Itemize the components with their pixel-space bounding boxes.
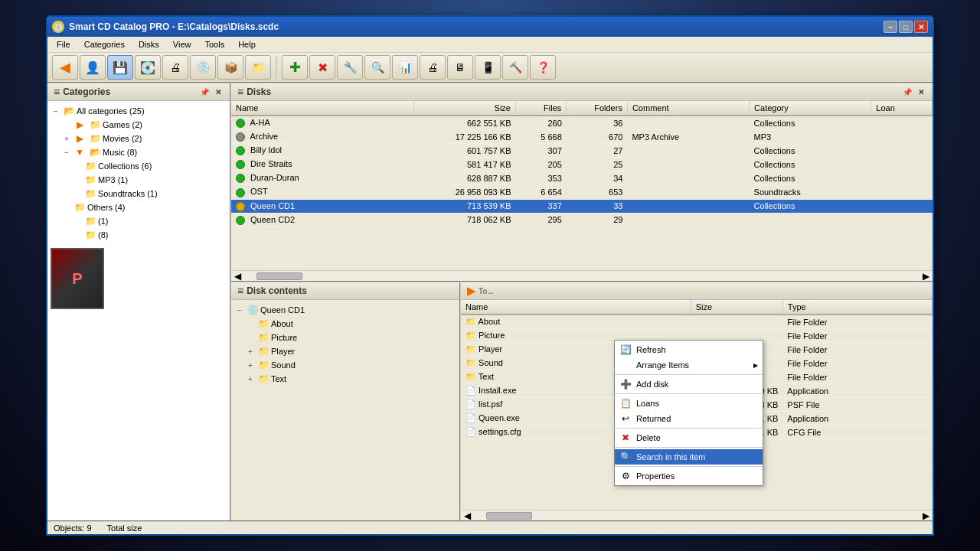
scroll-thumb[interactable]: [256, 272, 302, 280]
toolbar-open-button[interactable]: 📁: [245, 55, 271, 80]
file-scroll-thumb[interactable]: [486, 512, 532, 520]
disk-row-2[interactable]: Billy Idol 601 757 KB 307 27 Collections: [231, 144, 933, 158]
expand-contents-sound[interactable]: +: [245, 360, 256, 370]
col-header-size[interactable]: Size: [414, 101, 516, 116]
tree-collections[interactable]: 📁 Collections (6): [51, 159, 227, 173]
file-row-0[interactable]: 📁 About File Folder: [461, 315, 933, 329]
expand-contents-player[interactable]: +: [245, 346, 256, 357]
expand-music[interactable]: −: [61, 147, 72, 158]
menu-categories[interactable]: Categories: [78, 38, 131, 51]
disk-row-0[interactable]: A-HA 662 551 KB 260 36 Collections: [231, 116, 933, 130]
scroll-left-btn[interactable]: ◀: [231, 271, 241, 282]
toolbar-search-button[interactable]: 🔍: [364, 55, 390, 80]
toolbar-delete-button[interactable]: ✖: [309, 55, 335, 80]
toolbar-print-button[interactable]: 🖨: [162, 55, 188, 80]
toolbar-extract-button[interactable]: 📦: [217, 55, 243, 80]
icon-movies: ▶: [74, 132, 86, 145]
tree-mp3[interactable]: 📁 MP3 (1): [51, 173, 227, 187]
file-scroll-left[interactable]: ◀: [461, 510, 471, 521]
disks-table-container[interactable]: Name Size Files Folders Comment Category…: [231, 101, 933, 270]
contents-player[interactable]: + 📁 Player: [234, 344, 456, 358]
toolbar-device-button[interactable]: 📱: [475, 55, 501, 80]
categories-pin-button[interactable]: 📌: [199, 86, 210, 97]
tree-soundtracks[interactable]: 📁 Soundtracks (1): [51, 187, 227, 201]
tree-games[interactable]: ▶ 📁 Games (2): [51, 118, 227, 132]
ctx-refresh[interactable]: 🔄 Refresh: [615, 342, 763, 357]
menu-view[interactable]: View: [167, 38, 198, 51]
toolbar-chart-button[interactable]: 📊: [392, 55, 418, 80]
contents-root[interactable]: − 💿 Queen CD1: [234, 303, 456, 317]
ctx-properties[interactable]: ⚙ Properties: [615, 468, 763, 484]
categories-close-button[interactable]: ✕: [213, 86, 224, 97]
expand-all-categories[interactable]: −: [51, 106, 61, 116]
disks-pin-button[interactable]: 📌: [902, 86, 913, 97]
ctx-returned[interactable]: ↩ Returned: [615, 411, 763, 426]
file-col-size[interactable]: Size: [691, 300, 782, 315]
menu-help[interactable]: Help: [232, 38, 262, 51]
contents-title-area: ≡ Disk contents: [237, 285, 307, 297]
expand-movies[interactable]: +: [61, 133, 72, 144]
toolbar-add-button[interactable]: ✚: [282, 55, 308, 80]
contents-text[interactable]: + 📁 Text: [234, 372, 456, 386]
toolbar-edit-button[interactable]: 🔧: [337, 55, 363, 80]
expand-contents-root[interactable]: −: [234, 305, 245, 315]
col-header-name[interactable]: Name: [231, 101, 414, 116]
tree-all-categories[interactable]: − 📂 All categories (25): [51, 104, 227, 118]
ctx-loans[interactable]: 📋 Loans: [615, 396, 763, 411]
folder-icon-movies: 📁: [89, 132, 101, 145]
toolbar-save-button[interactable]: 💽: [135, 55, 161, 80]
file-col-type[interactable]: Type: [782, 300, 932, 315]
ctx-add-disk[interactable]: ➕ Add disk: [615, 377, 763, 392]
disk-cell-name-5: OST: [231, 185, 414, 199]
tree-sub2[interactable]: 📁 (8): [51, 228, 227, 242]
tree-others[interactable]: 📁 Others (4): [51, 201, 227, 214]
col-header-category[interactable]: Category: [750, 101, 871, 116]
toolbar-back-button[interactable]: ◀: [52, 55, 78, 80]
disk-cell-loan-5: [871, 185, 933, 199]
toolbar-tools-button[interactable]: 🔨: [502, 55, 528, 80]
col-header-folders[interactable]: Folders: [567, 101, 628, 116]
file-panel: ▶ To... Name Size Type: [461, 282, 933, 520]
disk-row-6[interactable]: Queen CD1 713 539 KB 337 33 Collections: [231, 199, 933, 213]
disks-scrollbar-h[interactable]: ◀ ▶: [231, 270, 933, 281]
file-col-name[interactable]: Name: [461, 300, 691, 315]
toolbar-catalog-button[interactable]: 💾: [107, 55, 133, 80]
file-scroll-right[interactable]: ▶: [923, 510, 933, 521]
contents-sound[interactable]: + 📁 Sound: [234, 358, 456, 372]
disk-row-3[interactable]: Dire Straits 581 417 KB 205 25 Collectio…: [231, 158, 933, 171]
contents-picture[interactable]: 📁 Picture: [234, 331, 456, 344]
maximize-button[interactable]: □: [899, 21, 913, 33]
toolbar-help-button[interactable]: ❓: [530, 55, 556, 80]
col-header-files[interactable]: Files: [515, 101, 566, 116]
label-contents-player: Player: [271, 347, 295, 356]
menu-disks[interactable]: Disks: [132, 38, 165, 51]
disk-row-4[interactable]: Duran-Duran 628 887 KB 353 34 Collection…: [231, 171, 933, 185]
disk-cell-loan-4: [871, 171, 933, 185]
disks-close-button[interactable]: ✕: [916, 86, 926, 97]
ctx-arrange[interactable]: Arrange Items: [615, 357, 763, 373]
col-header-comment[interactable]: Comment: [627, 101, 749, 116]
expand-games[interactable]: [61, 119, 72, 130]
file-scrollbar-h[interactable]: ◀ ▶: [461, 510, 933, 520]
contents-about[interactable]: 📁 About: [234, 317, 456, 331]
tree-movies[interactable]: + ▶ 📁 Movies (2): [51, 132, 227, 145]
disk-contents-panel: ≡ Disk contents − 💿 Queen CD1: [231, 282, 461, 520]
toolbar-screen-button[interactable]: 🖥: [447, 55, 473, 80]
scroll-right-btn[interactable]: ▶: [923, 271, 933, 282]
menu-tools[interactable]: Tools: [198, 38, 230, 51]
close-button[interactable]: ✕: [914, 21, 928, 33]
col-header-loan[interactable]: Loan: [871, 101, 933, 116]
tree-sub1[interactable]: 📁 (1): [51, 214, 227, 228]
toolbar-user-button[interactable]: 👤: [80, 55, 106, 80]
tree-music[interactable]: − ▼ 📂 Music (8): [51, 145, 227, 159]
toolbar-print2-button[interactable]: 🖨: [420, 55, 446, 80]
toolbar-disc-button[interactable]: 💿: [190, 55, 216, 80]
ctx-delete[interactable]: ✖ Delete: [615, 430, 763, 445]
disk-row-5[interactable]: OST 26 958 093 KB 6 654 653 Soundtracks: [231, 185, 933, 199]
disk-row-7[interactable]: Queen CD2 718 062 KB 295 29: [231, 213, 933, 227]
expand-contents-text[interactable]: +: [245, 373, 256, 384]
ctx-search[interactable]: 🔍 Search in this item: [615, 449, 763, 465]
disk-row-1[interactable]: Archive 17 225 166 KB 5 668 670 MP3 Arch…: [231, 130, 933, 144]
minimize-button[interactable]: –: [884, 21, 897, 33]
menu-file[interactable]: File: [51, 38, 77, 51]
